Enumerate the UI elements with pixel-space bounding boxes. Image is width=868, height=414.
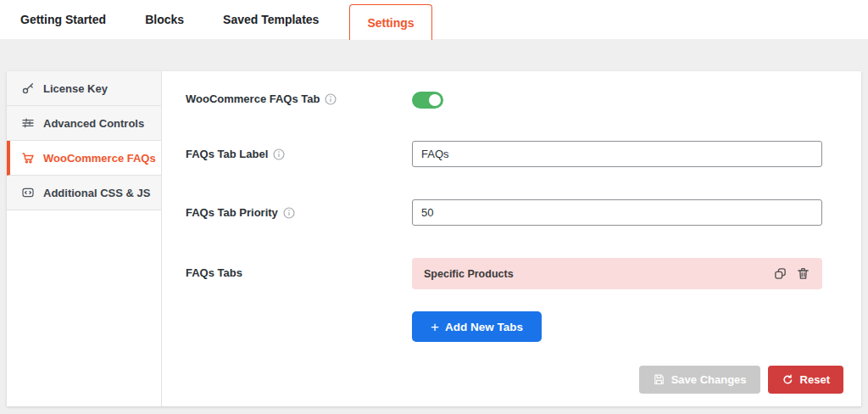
add-new-tabs-button[interactable]: + Add New Tabs bbox=[412, 311, 542, 342]
woocommerce-faqs-tab-row: WooCommerce FAQs Tab bbox=[186, 92, 822, 109]
actions-bar: Save Changes Reset bbox=[186, 366, 843, 394]
settings-panel: License Key Advanced Controls WooCommerc… bbox=[7, 71, 861, 406]
faqs-tabs-row: FAQs Tabs Specific Products bbox=[186, 258, 822, 289]
faqs-tab-priority-label: FAQs Tab Priority bbox=[186, 206, 412, 219]
tab-settings[interactable]: Settings bbox=[349, 4, 431, 40]
duplicate-icon[interactable] bbox=[773, 266, 787, 281]
settings-sidebar: License Key Advanced Controls WooCommerc… bbox=[7, 71, 162, 406]
faq-tab-item-specific-products[interactable]: Specific Products bbox=[412, 258, 822, 289]
reset-icon bbox=[782, 373, 794, 386]
sidebar-item-label: License Key bbox=[43, 82, 108, 95]
faqs-tab-label-input[interactable] bbox=[412, 141, 822, 167]
tab-saved-templates[interactable]: Saved Templates bbox=[214, 13, 327, 26]
add-new-tabs-row: + Add New Tabs bbox=[186, 311, 822, 342]
sidebar-item-license-key[interactable]: License Key bbox=[7, 71, 161, 106]
faqs-tab-priority-input[interactable] bbox=[412, 199, 822, 226]
sidebar-item-advanced-controls[interactable]: Advanced Controls bbox=[7, 106, 161, 141]
sidebar-item-additional-css-js[interactable]: Additional CSS & JS bbox=[7, 176, 161, 210]
reset-button[interactable]: Reset bbox=[768, 366, 843, 394]
faqs-tab-label-label: FAQs Tab Label bbox=[186, 148, 412, 160]
cart-icon bbox=[21, 151, 35, 165]
trash-icon[interactable] bbox=[796, 266, 810, 281]
sidebar-item-label: WooCommerce FAQs bbox=[43, 152, 156, 165]
sliders-icon bbox=[21, 116, 35, 130]
info-icon[interactable] bbox=[283, 207, 295, 219]
settings-content: WooCommerce FAQs Tab FAQs Tab Label bbox=[162, 71, 861, 406]
faqs-tabs-label: FAQs Tabs bbox=[186, 266, 412, 279]
faqs-tab-label-row: FAQs Tab Label bbox=[186, 141, 822, 167]
tab-getting-started[interactable]: Getting Started bbox=[12, 13, 114, 26]
sidebar-item-label: Additional CSS & JS bbox=[43, 187, 150, 199]
faq-tab-item-title: Specific Products bbox=[424, 268, 514, 280]
plus-icon: + bbox=[431, 320, 439, 334]
faqs-tab-priority-row: FAQs Tab Priority bbox=[186, 199, 822, 226]
toggle-knob bbox=[429, 94, 441, 106]
key-icon bbox=[21, 81, 35, 95]
save-changes-button[interactable]: Save Changes bbox=[639, 366, 760, 394]
save-icon bbox=[653, 373, 665, 386]
tab-blocks[interactable]: Blocks bbox=[136, 13, 192, 26]
code-icon bbox=[21, 186, 35, 199]
plugin-tab-bar: Getting Started Blocks Saved Templates S… bbox=[0, 0, 868, 39]
info-icon[interactable] bbox=[325, 93, 337, 105]
sidebar-item-woocommerce-faqs[interactable]: WooCommerce FAQs bbox=[7, 141, 161, 176]
woocommerce-faqs-tab-label: WooCommerce FAQs Tab bbox=[186, 92, 412, 105]
info-icon[interactable] bbox=[273, 148, 285, 160]
woocommerce-faqs-tab-toggle[interactable] bbox=[412, 92, 443, 109]
sidebar-item-label: Advanced Controls bbox=[43, 117, 144, 130]
